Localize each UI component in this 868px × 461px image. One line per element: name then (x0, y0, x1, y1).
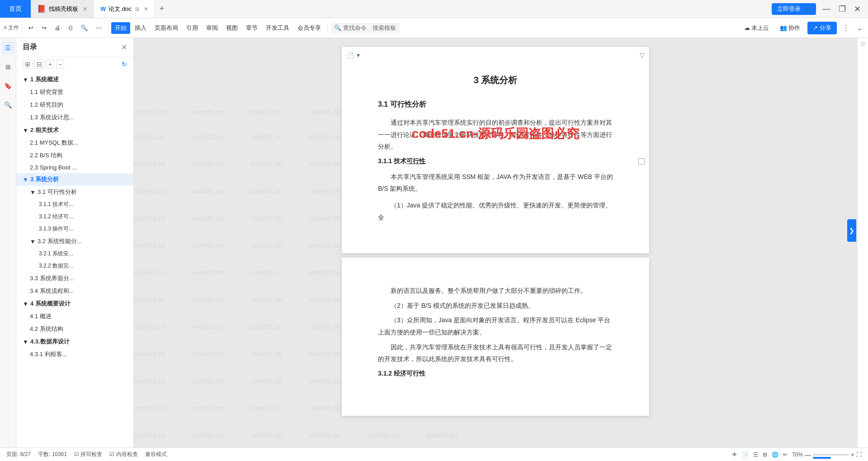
toc-item-3-1-2[interactable]: 3.1.2 经济可... (16, 211, 133, 223)
doc-tab-close[interactable]: ✕ (144, 6, 148, 12)
cloud-label: 未上云 (751, 24, 769, 32)
toc-panel-icon[interactable]: ☰ (2, 42, 14, 54)
toolbar-icon-menu[interactable]: ≡ 文件 (4, 24, 19, 32)
search-command-box[interactable]: 🔍 查找命令、搜索模板 (330, 23, 400, 33)
page-dropdown-icon[interactable]: ▾ (357, 52, 360, 59)
toolbar-more-button[interactable]: ⋮ (840, 22, 851, 34)
toc-item-1[interactable]: ▼ 1 系统概述 (16, 73, 133, 86)
toc-item-1-3[interactable]: 1.3 系统设计思... (16, 111, 133, 124)
avatar-icon: 👤 (803, 5, 811, 12)
remove-heading-button[interactable]: − (56, 60, 64, 69)
toolbar-devtools[interactable]: 开发工具 (262, 22, 293, 34)
doc-right-control[interactable]: ▽ (640, 52, 645, 59)
tab-doc[interactable]: W 论文.doc ⧉ ✕ (94, 0, 155, 18)
toolbar-quote[interactable]: 引用 (183, 22, 202, 34)
content-check-icon: ☑ (109, 451, 114, 457)
toc-item-3-2-1[interactable]: 3.2.1 系统安... (16, 248, 133, 260)
toc-item-4-1[interactable]: 4.1 概述 (16, 310, 133, 323)
home-tab[interactable]: 首页 (0, 0, 31, 18)
zoom-in-button[interactable]: + (851, 451, 854, 458)
toc-item-3-4[interactable]: 3.4 系统流程和... (16, 285, 133, 297)
view-list-icon[interactable]: ☰ (753, 452, 758, 458)
toc-item-2-1[interactable]: 2.1 MYSQL 数据... (16, 136, 133, 149)
login-button[interactable]: 立即登录 👤 (772, 3, 816, 15)
zoom-out-button[interactable]: — (805, 451, 811, 458)
toolbar-member[interactable]: 会员专享 (294, 22, 325, 34)
toc-item-3-2-2[interactable]: 3.2.2 数据完... (16, 260, 133, 272)
toolbar-undo[interactable]: ↩ (25, 23, 37, 33)
collapse-all-button[interactable]: ⊟ (34, 60, 44, 69)
right-panel: ▽ (857, 38, 868, 447)
spell-check[interactable]: ☑ 拼写检查 (74, 451, 102, 458)
sync-button[interactable]: ↻ (122, 61, 127, 68)
content-check[interactable]: ☑ 内容检查 (109, 451, 137, 458)
zoom-slider[interactable] (813, 454, 849, 456)
titlebar: 首页 📕 找稿壳模板 ✕ W 论文.doc ⧉ ✕ + 立即登录 👤 — ❐ ✕ (0, 0, 868, 18)
toc-item-4-3-1[interactable]: 4.3.1 利框客... (16, 348, 133, 361)
toc-item-4-3[interactable]: ▼ 4.3.数据库设计 (16, 335, 133, 348)
cloud-status[interactable]: ☁ 未上云 (741, 22, 773, 34)
toc-arrow-3: ▼ (23, 176, 28, 183)
search-panel-icon[interactable]: 🔍 (2, 99, 14, 111)
toc-item-2[interactable]: ▼ 2 相关技术 (16, 124, 133, 136)
toolbar-chapter[interactable]: 章节 (242, 22, 261, 34)
toc-item-3-3[interactable]: 3.3 系统界面分... (16, 272, 133, 285)
document-area[interactable]: code51.cncode51.cncode51.cncode51.cncode… (134, 38, 857, 447)
doc-page-2[interactable]: 新的语言以及服务。整个系统帮用户做了大部分不重要的琐碎的工作。 （2）基于 B/… (342, 258, 649, 416)
template-tab-close[interactable]: ✕ (83, 6, 87, 12)
window-controls: — ❐ ✕ (820, 3, 863, 15)
toolbar-expand-button[interactable]: ⌄ (855, 22, 864, 34)
collab-button[interactable]: 👥 协作 (776, 22, 804, 34)
view-web-icon[interactable]: 🌐 (772, 452, 778, 458)
toolbar-print[interactable]: 🖨 (51, 23, 64, 33)
win-max-button[interactable]: ❐ (836, 3, 849, 15)
toolbar-print2[interactable]: ⎙ (65, 23, 76, 33)
nav-icon[interactable]: ⊞ (2, 61, 14, 73)
tab-template[interactable]: 📕 找稿壳模板 ✕ (31, 0, 94, 18)
bookmark-icon[interactable]: 🔖 (2, 80, 14, 92)
doc-page-1[interactable]: 📄 ▾ ▽ 3 系统分析 3.1 可行性分析 通过对本共享汽车管理系统实行的目的… (342, 47, 649, 253)
toc-item-3-2[interactable]: ▼ 3.2 系统性能分... (16, 235, 133, 248)
view-normal-icon[interactable]: 📄 (742, 452, 749, 458)
toc-item-1-1[interactable]: 1.1 研究背景 (16, 86, 133, 99)
toolbar-misc[interactable]: ⋯ (92, 23, 105, 33)
win-close-button[interactable]: ✕ (851, 3, 863, 15)
toolbar-insert[interactable]: 插入 (131, 22, 150, 34)
tab-bar: 📕 找稿壳模板 ✕ W 论文.doc ⧉ ✕ + (31, 0, 772, 18)
zoom-label: 70% (792, 452, 803, 458)
restore-icon[interactable]: ⧉ (135, 6, 139, 12)
toc-item-4[interactable]: ▼ 4 系统概要设计 (16, 297, 133, 310)
toolbar-kaishi[interactable]: 开始 (111, 22, 130, 34)
toolbar-review[interactable]: 审阅 (203, 22, 222, 34)
toc-item-3[interactable]: ▼ 3 系统分析 (16, 173, 133, 186)
view-eye-icon[interactable]: 👁 (732, 452, 737, 458)
toc-item-1-2[interactable]: 1.2 研究目的 (16, 99, 133, 111)
sidebar-close-button[interactable]: ✕ (121, 43, 127, 52)
view-split-icon[interactable]: ⊞ (763, 452, 767, 458)
float-expand-button[interactable]: ❯ (847, 219, 856, 242)
toolbar-redo[interactable]: ↪ (38, 23, 50, 33)
toc-label-1: 1 系统概述 (30, 75, 59, 84)
toc-item-4-2[interactable]: 4.2 系统结构 (16, 323, 133, 335)
toc-item-3-1[interactable]: ▼ 3.1 可行性分析 (16, 186, 133, 198)
continuation-1: 新的语言以及服务。整个系统帮用户做了大部分不重要的琐碎的工作。 (378, 285, 613, 297)
toc-item-3-1-3[interactable]: 3.1.3 操作可... (16, 223, 133, 235)
toolbar-view[interactable]: 视图 (222, 22, 241, 34)
add-heading-button[interactable]: + (46, 60, 54, 69)
toc-item-3-1-1[interactable]: 3.1.1 技术可... (16, 198, 133, 211)
toolbar-zoom-in[interactable]: 🔍 (77, 23, 91, 33)
zoom-fullscreen-button[interactable]: ⛶ (856, 452, 862, 458)
right-panel-filter[interactable]: ▽ (859, 40, 868, 49)
add-tab-button[interactable]: + (155, 4, 169, 14)
selection-indicator (638, 158, 645, 165)
subsection-label-3-1-1: 3.1.1 技术 (378, 157, 406, 165)
view-annotate-icon[interactable]: ✏ (783, 452, 788, 458)
expand-all-button[interactable]: ⊞ (23, 60, 33, 69)
page-nav-icon[interactable]: 📄 (346, 52, 354, 59)
toc-item-2-3[interactable]: 2.3 Spring Boot ... (16, 162, 133, 173)
toolbar-page[interactable]: 页面布局 (151, 22, 182, 34)
share-button[interactable]: ↗ 分享 (807, 22, 837, 34)
doc-tab-icon: W (100, 5, 106, 12)
win-min-button[interactable]: — (820, 3, 833, 15)
toc-item-2-2[interactable]: 2.2 B/S 结构 (16, 149, 133, 162)
